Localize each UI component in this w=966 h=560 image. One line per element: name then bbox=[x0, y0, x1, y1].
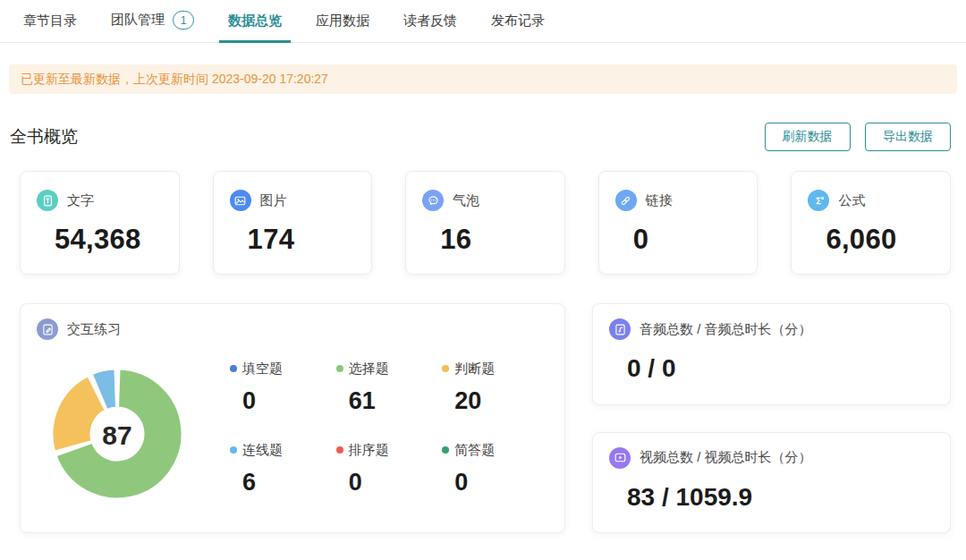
stat-card-link: 链接 0 bbox=[598, 171, 758, 275]
tab-chapter-catalog[interactable]: 章节目录 bbox=[21, 13, 79, 42]
legend-value: 0 bbox=[454, 469, 548, 496]
exercise-icon bbox=[37, 318, 58, 340]
legend-label: 简答题 bbox=[454, 442, 495, 459]
legend-value: 61 bbox=[349, 387, 443, 415]
overview-actions: 刷新数据 导出数据 bbox=[765, 123, 951, 151]
stat-value: 54,368 bbox=[55, 224, 163, 256]
video-icon bbox=[609, 447, 631, 469]
page-title: 全书概览 bbox=[10, 125, 78, 148]
video-card-label: 视频总数 / 视频总时长（分） bbox=[640, 449, 812, 466]
legend-item-choice: 选择题 61 bbox=[336, 361, 443, 415]
exercise-donut-chart: 87 bbox=[46, 362, 189, 505]
legend-label: 排序题 bbox=[349, 442, 389, 459]
stat-value: 0 bbox=[633, 224, 741, 256]
legend-item-short-answer: 简答题 0 bbox=[442, 442, 548, 496]
team-count-badge: 1 bbox=[173, 11, 194, 30]
exercise-legend: 填空题 0 选择题 61 判断题 20 连线题 6 排序题 0 bbox=[230, 361, 548, 496]
stat-value: 174 bbox=[248, 224, 356, 256]
stat-card-image: 图片 174 bbox=[213, 171, 373, 275]
update-notice-text: 已更新至最新数据，上次更新时间 2023-09-20 17:20:27 bbox=[21, 72, 328, 88]
stat-card-bubble: 气泡 16 bbox=[405, 171, 565, 275]
legend-dot bbox=[336, 446, 343, 454]
video-card-value: 83 / 1059.9 bbox=[627, 483, 934, 512]
legend-label: 选择题 bbox=[349, 361, 389, 378]
stat-label: 图片 bbox=[260, 192, 287, 209]
overview-header: 全书概览 刷新数据 导出数据 bbox=[10, 123, 951, 151]
text-icon bbox=[37, 190, 58, 211]
stat-card-text: 文字 54,368 bbox=[20, 171, 180, 275]
tab-app-data[interactable]: 应用数据 bbox=[314, 13, 371, 42]
update-notice-banner: 已更新至最新数据，上次更新时间 2023-09-20 17:20:27 bbox=[9, 64, 957, 94]
stat-label: 文字 bbox=[67, 192, 94, 209]
stat-label: 链接 bbox=[646, 192, 673, 209]
stat-card-formula: 公式 6,060 bbox=[791, 171, 951, 275]
tab-label: 章节目录 bbox=[23, 13, 77, 30]
tab-reader-feedback[interactable]: 读者反馈 bbox=[402, 13, 459, 42]
legend-item-matching: 连线题 6 bbox=[230, 442, 336, 496]
audio-card: 音频总数 / 音频总时长（分） 0 / 0 bbox=[592, 303, 951, 405]
audio-card-label: 音频总数 / 音频总时长（分） bbox=[640, 321, 812, 338]
stat-label: 公式 bbox=[838, 192, 865, 209]
tab-publish-record[interactable]: 发布记录 bbox=[489, 13, 547, 42]
legend-label: 填空题 bbox=[242, 361, 283, 378]
stat-value: 6,060 bbox=[826, 224, 934, 256]
tab-team-management[interactable]: 团队管理 1 bbox=[109, 11, 196, 42]
legend-value: 0 bbox=[349, 469, 443, 496]
legend-dot bbox=[230, 365, 237, 372]
exercise-card: 交互练习 87 填空题 0 选择题 61 判断题 20 bbox=[20, 303, 565, 533]
bubble-icon bbox=[422, 190, 444, 211]
donut-total-label: 87 bbox=[102, 420, 131, 449]
legend-item-fill-blank: 填空题 0 bbox=[230, 361, 336, 415]
video-card: 视频总数 / 视频总时长（分） 83 / 1059.9 bbox=[592, 432, 951, 534]
export-data-button[interactable]: 导出数据 bbox=[865, 123, 951, 151]
legend-dot bbox=[442, 446, 449, 454]
legend-label: 连线题 bbox=[242, 442, 283, 459]
tab-label: 团队管理 bbox=[111, 12, 165, 29]
legend-item-judge: 判断题 20 bbox=[442, 361, 548, 415]
media-column: 音频总数 / 音频总时长（分） 0 / 0 视频总数 / 视频总时长（分） 83… bbox=[592, 303, 951, 533]
legend-value: 0 bbox=[242, 387, 336, 415]
tab-label: 数据总览 bbox=[228, 13, 282, 30]
audio-icon bbox=[609, 318, 631, 340]
exercise-donut-wrap: 87 bbox=[46, 362, 189, 505]
exercise-card-title: 交互练习 bbox=[67, 321, 121, 338]
image-icon bbox=[230, 190, 251, 211]
refresh-data-button[interactable]: 刷新数据 bbox=[765, 123, 851, 151]
stat-value: 16 bbox=[440, 224, 548, 256]
tab-label: 发布记录 bbox=[491, 13, 545, 30]
tab-data-overview[interactable]: 数据总览 bbox=[226, 13, 284, 42]
formula-icon bbox=[808, 190, 829, 211]
legend-value: 6 bbox=[242, 469, 336, 496]
stats-grid: 文字 54,368 图片 174 气泡 16 链接 0 bbox=[20, 171, 951, 275]
legend-value: 20 bbox=[454, 387, 548, 415]
bottom-section: 交互练习 87 填空题 0 选择题 61 判断题 20 bbox=[20, 303, 951, 533]
legend-dot bbox=[336, 365, 343, 372]
tab-label: 读者反馈 bbox=[403, 13, 457, 30]
audio-card-value: 0 / 0 bbox=[627, 354, 934, 383]
stat-label: 气泡 bbox=[453, 192, 479, 209]
tab-bar: 章节目录 团队管理 1 数据总览 应用数据 读者反馈 发布记录 bbox=[0, 0, 966, 43]
legend-label: 判断题 bbox=[454, 361, 495, 378]
legend-dot bbox=[230, 446, 237, 454]
legend-dot bbox=[442, 365, 449, 372]
legend-item-ordering: 排序题 0 bbox=[336, 442, 443, 496]
tab-label: 应用数据 bbox=[316, 13, 369, 30]
link-icon bbox=[615, 190, 637, 211]
